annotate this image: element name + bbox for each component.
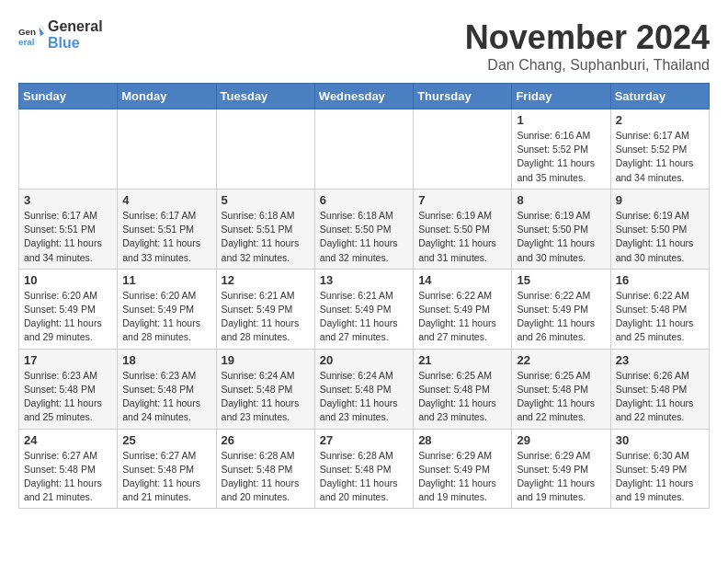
- day-number: 8: [517, 193, 605, 207]
- day-header-tuesday: Tuesday: [216, 84, 314, 109]
- day-header-friday: Friday: [512, 84, 610, 109]
- calendar-cell: 15Sunrise: 6:22 AM Sunset: 5:49 PM Dayli…: [512, 269, 610, 349]
- calendar-cell: 1Sunrise: 6:16 AM Sunset: 5:52 PM Daylig…: [512, 109, 610, 190]
- day-number: 11: [122, 273, 210, 287]
- svg-text:Gen: Gen: [18, 27, 36, 37]
- day-info: Sunrise: 6:18 AM Sunset: 5:51 PM Dayligh…: [222, 209, 310, 265]
- day-number: 29: [517, 433, 605, 447]
- calendar-week-row: 3Sunrise: 6:17 AM Sunset: 5:51 PM Daylig…: [19, 189, 710, 269]
- day-info: Sunrise: 6:28 AM Sunset: 5:48 PM Dayligh…: [320, 449, 408, 505]
- day-info: Sunrise: 6:18 AM Sunset: 5:50 PM Dayligh…: [320, 209, 408, 265]
- calendar-cell: 11Sunrise: 6:20 AM Sunset: 5:49 PM Dayli…: [118, 269, 216, 349]
- calendar-cell: 21Sunrise: 6:25 AM Sunset: 5:48 PM Dayli…: [414, 349, 512, 429]
- day-info: Sunrise: 6:19 AM Sunset: 5:50 PM Dayligh…: [418, 209, 506, 265]
- day-number: 5: [222, 193, 310, 207]
- calendar-cell: 8Sunrise: 6:19 AM Sunset: 5:50 PM Daylig…: [512, 189, 610, 269]
- calendar-cell: 2Sunrise: 6:17 AM Sunset: 5:52 PM Daylig…: [610, 109, 709, 190]
- logo-icon: Gen eral: [18, 22, 44, 48]
- day-info: Sunrise: 6:19 AM Sunset: 5:50 PM Dayligh…: [517, 209, 605, 265]
- logo-general: General: [48, 18, 103, 35]
- svg-text:eral: eral: [18, 37, 35, 47]
- day-info: Sunrise: 6:23 AM Sunset: 5:48 PM Dayligh…: [24, 369, 112, 425]
- day-number: 15: [517, 273, 605, 287]
- day-number: 7: [418, 193, 506, 207]
- day-info: Sunrise: 6:20 AM Sunset: 5:49 PM Dayligh…: [24, 289, 112, 345]
- calendar-cell: 18Sunrise: 6:23 AM Sunset: 5:48 PM Dayli…: [118, 349, 216, 429]
- calendar-cell: 14Sunrise: 6:22 AM Sunset: 5:49 PM Dayli…: [414, 269, 512, 349]
- day-info: Sunrise: 6:22 AM Sunset: 5:49 PM Dayligh…: [517, 289, 605, 345]
- calendar-cell: 6Sunrise: 6:18 AM Sunset: 5:50 PM Daylig…: [314, 189, 413, 269]
- calendar-cell: 28Sunrise: 6:29 AM Sunset: 5:49 PM Dayli…: [414, 429, 512, 509]
- calendar-cell: [216, 109, 314, 190]
- day-number: 26: [222, 433, 310, 447]
- day-info: Sunrise: 6:26 AM Sunset: 5:48 PM Dayligh…: [616, 369, 704, 425]
- calendar-cell: 30Sunrise: 6:30 AM Sunset: 5:49 PM Dayli…: [610, 429, 709, 509]
- day-number: 4: [122, 193, 210, 207]
- day-number: 19: [222, 353, 310, 367]
- day-header-wednesday: Wednesday: [314, 84, 413, 109]
- calendar-cell: 24Sunrise: 6:27 AM Sunset: 5:48 PM Dayli…: [19, 429, 118, 509]
- calendar-cell: 4Sunrise: 6:17 AM Sunset: 5:51 PM Daylig…: [118, 189, 216, 269]
- calendar-cell: 20Sunrise: 6:24 AM Sunset: 5:48 PM Dayli…: [314, 349, 413, 429]
- day-info: Sunrise: 6:24 AM Sunset: 5:48 PM Dayligh…: [320, 369, 408, 425]
- calendar-table: SundayMondayTuesdayWednesdayThursdayFrid…: [18, 83, 710, 509]
- day-info: Sunrise: 6:28 AM Sunset: 5:48 PM Dayligh…: [222, 449, 310, 505]
- page-header: Gen eral General Blue November 2024 Dan …: [18, 18, 710, 74]
- day-header-thursday: Thursday: [414, 84, 512, 109]
- calendar-cell: [19, 109, 118, 190]
- day-info: Sunrise: 6:17 AM Sunset: 5:51 PM Dayligh…: [24, 209, 112, 265]
- day-number: 30: [616, 433, 704, 447]
- calendar-cell: 7Sunrise: 6:19 AM Sunset: 5:50 PM Daylig…: [414, 189, 512, 269]
- calendar-cell: 25Sunrise: 6:27 AM Sunset: 5:48 PM Dayli…: [118, 429, 216, 509]
- day-info: Sunrise: 6:30 AM Sunset: 5:49 PM Dayligh…: [616, 449, 704, 505]
- day-header-saturday: Saturday: [610, 84, 709, 109]
- day-info: Sunrise: 6:23 AM Sunset: 5:48 PM Dayligh…: [122, 369, 210, 425]
- calendar-week-row: 1Sunrise: 6:16 AM Sunset: 5:52 PM Daylig…: [19, 109, 710, 190]
- day-info: Sunrise: 6:20 AM Sunset: 5:49 PM Dayligh…: [122, 289, 210, 345]
- day-number: 24: [24, 433, 112, 447]
- day-info: Sunrise: 6:16 AM Sunset: 5:52 PM Dayligh…: [517, 129, 605, 185]
- calendar-header-row: SundayMondayTuesdayWednesdayThursdayFrid…: [19, 84, 710, 109]
- day-info: Sunrise: 6:29 AM Sunset: 5:49 PM Dayligh…: [418, 449, 506, 505]
- calendar-cell: 29Sunrise: 6:29 AM Sunset: 5:49 PM Dayli…: [512, 429, 610, 509]
- day-number: 18: [122, 353, 210, 367]
- day-number: 6: [320, 193, 408, 207]
- calendar-cell: 5Sunrise: 6:18 AM Sunset: 5:51 PM Daylig…: [216, 189, 314, 269]
- day-number: 1: [517, 113, 605, 127]
- day-info: Sunrise: 6:21 AM Sunset: 5:49 PM Dayligh…: [222, 289, 310, 345]
- day-info: Sunrise: 6:22 AM Sunset: 5:49 PM Dayligh…: [418, 289, 506, 345]
- day-info: Sunrise: 6:19 AM Sunset: 5:50 PM Dayligh…: [616, 209, 704, 265]
- title-block: November 2024 Dan Chang, Suphanburi, Tha…: [465, 18, 710, 74]
- day-number: 23: [616, 353, 704, 367]
- calendar-week-row: 10Sunrise: 6:20 AM Sunset: 5:49 PM Dayli…: [19, 269, 710, 349]
- location-subtitle: Dan Chang, Suphanburi, Thailand: [465, 57, 710, 74]
- day-number: 20: [320, 353, 408, 367]
- day-number: 27: [320, 433, 408, 447]
- calendar-cell: 17Sunrise: 6:23 AM Sunset: 5:48 PM Dayli…: [19, 349, 118, 429]
- logo: Gen eral General Blue: [18, 18, 103, 51]
- calendar-cell: [314, 109, 413, 190]
- day-header-sunday: Sunday: [19, 84, 118, 109]
- calendar-cell: 13Sunrise: 6:21 AM Sunset: 5:49 PM Dayli…: [314, 269, 413, 349]
- month-title: November 2024: [465, 18, 710, 57]
- calendar-cell: 9Sunrise: 6:19 AM Sunset: 5:50 PM Daylig…: [610, 189, 709, 269]
- day-number: 12: [222, 273, 310, 287]
- calendar-week-row: 17Sunrise: 6:23 AM Sunset: 5:48 PM Dayli…: [19, 349, 710, 429]
- calendar-cell: 22Sunrise: 6:25 AM Sunset: 5:48 PM Dayli…: [512, 349, 610, 429]
- calendar-cell: 19Sunrise: 6:24 AM Sunset: 5:48 PM Dayli…: [216, 349, 314, 429]
- calendar-cell: 10Sunrise: 6:20 AM Sunset: 5:49 PM Dayli…: [19, 269, 118, 349]
- day-number: 3: [24, 193, 112, 207]
- day-number: 13: [320, 273, 408, 287]
- day-number: 10: [24, 273, 112, 287]
- day-info: Sunrise: 6:24 AM Sunset: 5:48 PM Dayligh…: [222, 369, 310, 425]
- day-info: Sunrise: 6:25 AM Sunset: 5:48 PM Dayligh…: [418, 369, 506, 425]
- day-info: Sunrise: 6:17 AM Sunset: 5:52 PM Dayligh…: [616, 129, 704, 185]
- day-info: Sunrise: 6:17 AM Sunset: 5:51 PM Dayligh…: [122, 209, 210, 265]
- day-number: 14: [418, 273, 506, 287]
- calendar-cell: 12Sunrise: 6:21 AM Sunset: 5:49 PM Dayli…: [216, 269, 314, 349]
- day-number: 21: [418, 353, 506, 367]
- calendar-cell: 23Sunrise: 6:26 AM Sunset: 5:48 PM Dayli…: [610, 349, 709, 429]
- logo-blue: Blue: [48, 35, 103, 52]
- day-number: 16: [616, 273, 704, 287]
- day-number: 25: [122, 433, 210, 447]
